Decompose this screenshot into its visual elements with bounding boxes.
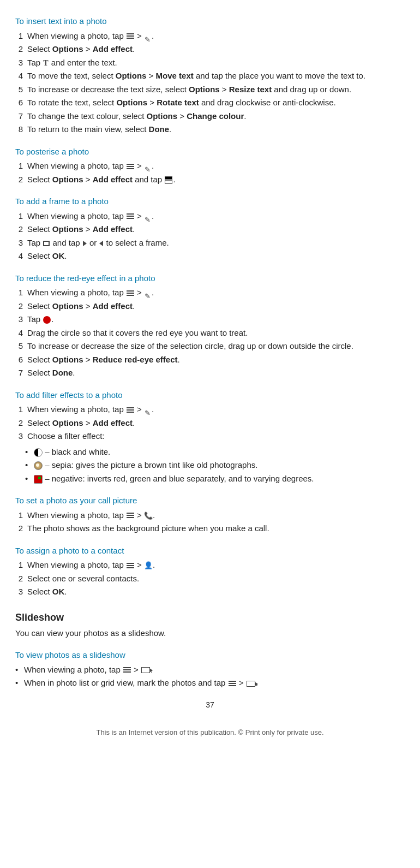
menu-icon bbox=[127, 290, 134, 296]
step-1: 1When viewing a photo, tap > . bbox=[15, 210, 405, 223]
step-1: 1When viewing a photo, tap > 👤. bbox=[15, 559, 405, 572]
section-insert-text: To insert text into a photo 1When viewin… bbox=[15, 15, 405, 136]
menu-icon bbox=[127, 213, 134, 219]
menu-icon bbox=[127, 164, 134, 170]
step-1: 1When viewing a photo, tap > . bbox=[15, 30, 405, 43]
heading-filter: To add filter effects to a photo bbox=[15, 389, 405, 402]
menu-icon bbox=[127, 407, 134, 413]
heading-view-slideshow: To view photos as a slideshow bbox=[15, 649, 405, 662]
step-1: 1When viewing a photo, tap > . bbox=[15, 160, 405, 173]
page-number: 37 bbox=[15, 699, 405, 711]
slideshow-icon-2 bbox=[247, 681, 255, 687]
step-5: 5To increase or decrease the size of the… bbox=[15, 340, 405, 353]
step-3: 3Tap . bbox=[15, 313, 405, 326]
contact-icon: 👤 bbox=[144, 561, 153, 569]
pencil-icon bbox=[145, 213, 151, 220]
slideshow-title: Slideshow bbox=[15, 610, 405, 625]
menu-icon bbox=[127, 563, 134, 569]
sepia-filter-icon bbox=[34, 461, 43, 470]
steps-insert-text: 1When viewing a photo, tap > . 2Select O… bbox=[15, 30, 405, 136]
step-4: 4Drag the circle so that it covers the r… bbox=[15, 327, 405, 340]
step-2: 2Select Options > Add effect. bbox=[15, 300, 405, 313]
bw-filter-icon bbox=[34, 448, 43, 457]
step-3: 3Select OK. bbox=[15, 586, 405, 598]
step-4: 4To move the text, select Options > Move… bbox=[15, 70, 405, 82]
steps-assign-contact: 1When viewing a photo, tap > 👤. 2Select … bbox=[15, 559, 405, 598]
step-1: 1When viewing a photo, tap > . bbox=[15, 287, 405, 299]
heading-assign-contact: To assign a photo to a contact bbox=[15, 545, 405, 557]
step-2: 2Select one or several contacts. bbox=[15, 573, 405, 585]
heading-call-picture: To set a photo as your call picture bbox=[15, 495, 405, 507]
step-6: 6Select Options > Reduce red-eye effect. bbox=[15, 354, 405, 366]
step-2: 2Select Options > Add effect. bbox=[15, 43, 405, 56]
pencil-icon bbox=[145, 163, 151, 170]
square-icon bbox=[43, 241, 50, 246]
filter-bullets: • – black and white. • – sepia: gives th… bbox=[25, 446, 405, 485]
section-filter: To add filter effects to a photo 1When v… bbox=[15, 389, 405, 485]
step-5: 5To increase or decrease the text size, … bbox=[15, 84, 405, 96]
bullet-bw: • – black and white. bbox=[25, 446, 405, 459]
footer-text: This is an Internet version of this publ… bbox=[15, 727, 405, 744]
pencil-icon bbox=[145, 290, 151, 296]
text-t-icon: T bbox=[43, 57, 48, 69]
heading-posterise: To posterise a photo bbox=[15, 146, 405, 158]
bullet-slideshow-1: • When viewing a photo, tap > . bbox=[15, 664, 405, 676]
step-3: 3Tap T and enter the text. bbox=[15, 57, 405, 69]
steps-call-picture: 1When viewing a photo, tap > 📞. 2The pho… bbox=[15, 509, 405, 535]
step-2: 2Select Options > Add effect and tap . bbox=[15, 174, 405, 186]
posterise-icon bbox=[165, 176, 172, 184]
steps-add-frame: 1When viewing a photo, tap > . 2Select O… bbox=[15, 210, 405, 263]
pencil-icon bbox=[145, 33, 151, 40]
step-2: 2The photo shows as the background pictu… bbox=[15, 522, 405, 535]
neg-filter-icon bbox=[34, 475, 43, 484]
step-4: 4Select OK. bbox=[15, 250, 405, 263]
heading-add-frame: To add a frame to a photo bbox=[15, 195, 405, 208]
step-1: 1When viewing a photo, tap > . bbox=[15, 403, 405, 416]
step-1: 1When viewing a photo, tap > 📞. bbox=[15, 509, 405, 522]
section-slideshow: Slideshow You can view your photos as a … bbox=[15, 610, 405, 689]
step-3: 3Choose a filter effect: bbox=[15, 430, 405, 443]
bullet-sepia: • – sepia: gives the picture a brown tin… bbox=[25, 459, 405, 472]
steps-posterise: 1When viewing a photo, tap > . 2Select O… bbox=[15, 160, 405, 186]
heading-red-eye: To reduce the red-eye effect in a photo bbox=[15, 272, 405, 285]
bullet-slideshow-2: • When in photo list or grid view, mark … bbox=[15, 677, 405, 689]
page-content: To insert text into a photo 1When viewin… bbox=[0, 0, 420, 765]
menu-icon bbox=[229, 681, 236, 687]
section-call-picture: To set a photo as your call picture 1Whe… bbox=[15, 495, 405, 535]
red-eye-icon bbox=[43, 316, 51, 324]
steps-filter: 1When viewing a photo, tap > . 2Select O… bbox=[15, 403, 405, 443]
menu-icon bbox=[127, 33, 134, 39]
bullet-neg: • – negative: inverts red, green and blu… bbox=[25, 473, 405, 485]
step-2: 2Select Options > Add effect. bbox=[15, 417, 405, 430]
arrow-left-icon bbox=[99, 241, 103, 246]
step-7: 7To change the text colour, select Optio… bbox=[15, 110, 405, 123]
section-posterise: To posterise a photo 1When viewing a pho… bbox=[15, 146, 405, 186]
section-assign-contact: To assign a photo to a contact 1When vie… bbox=[15, 545, 405, 598]
slideshow-desc: You can view your photos as a slideshow. bbox=[15, 627, 405, 640]
menu-icon bbox=[127, 513, 134, 519]
step-2: 2Select Options > Add effect. bbox=[15, 223, 405, 236]
section-add-frame: To add a frame to a photo 1When viewing … bbox=[15, 195, 405, 263]
pencil-icon bbox=[145, 407, 151, 413]
step-3: 3Tap and tap or to select a frame. bbox=[15, 237, 405, 249]
steps-red-eye: 1When viewing a photo, tap > . 2Select O… bbox=[15, 287, 405, 379]
step-6: 6To rotate the text, select Options > Ro… bbox=[15, 97, 405, 109]
arrow-right-icon bbox=[83, 241, 87, 246]
section-red-eye: To reduce the red-eye effect in a photo … bbox=[15, 272, 405, 379]
step-7: 7Select Done. bbox=[15, 367, 405, 379]
heading-insert-text: To insert text into a photo bbox=[15, 15, 405, 28]
menu-icon bbox=[123, 667, 131, 673]
slideshow-bullets: • When viewing a photo, tap > . • When i… bbox=[15, 664, 405, 689]
step-8: 8To return to the main view, select Done… bbox=[15, 123, 405, 136]
slideshow-icon bbox=[141, 667, 150, 673]
call-icon: 📞 bbox=[144, 512, 153, 520]
